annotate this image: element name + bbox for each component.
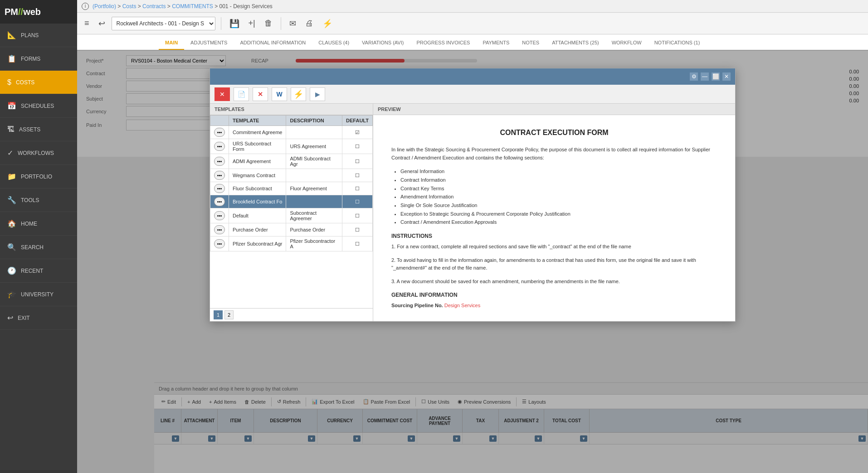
email-button[interactable]: ✉ <box>287 17 299 30</box>
tab-clauses[interactable]: CLAUSES (4) <box>312 36 356 50</box>
sidebar-item-tools[interactable]: 🔧 TOOLS <box>0 188 77 212</box>
tab-attachments[interactable]: ATTACHMENTS (25) <box>546 36 605 50</box>
template-name: Commitment Agreeme <box>229 126 286 139</box>
table-row[interactable]: ••• Commitment Agreeme ☑ <box>210 126 373 139</box>
toolbar-separator-2 <box>281 17 281 30</box>
recent-icon: 🕐 <box>7 266 16 275</box>
workflows-icon: ✓ <box>7 149 13 157</box>
sidebar-item-label: PLANS <box>21 32 39 39</box>
template-name: Wegmans Contract <box>229 169 286 182</box>
hamburger-button[interactable]: ≡ <box>82 17 92 30</box>
modal-settings-button[interactable]: ⚙ <box>690 72 698 81</box>
table-row[interactable]: ••• Purchase Order Purchase Order ☐ <box>210 223 373 236</box>
tab-notes[interactable]: NOTES <box>516 36 546 50</box>
list-item: Contract Information <box>400 176 717 184</box>
row-options-btn[interactable]: ••• <box>214 239 225 248</box>
home-icon: 🏠 <box>7 219 16 228</box>
preview-instruction-1: 1. For a new contract, complete all requ… <box>391 243 717 251</box>
main-content: i (Portfolio) > Costs > Contracts > COMM… <box>77 0 868 473</box>
info-icon[interactable]: i <box>82 3 89 10</box>
table-row[interactable]: ••• Pfizer Subcontract Agr Pfizer Subcon… <box>210 236 373 251</box>
tab-progress-invoices[interactable]: PROGRESS INVOICES <box>410 36 476 50</box>
row-options-btn[interactable]: ••• <box>214 142 225 151</box>
modal-tool-zapier[interactable]: ⚡ <box>291 87 306 101</box>
row-options-btn[interactable]: ••• <box>214 157 225 166</box>
modal-minimize-button[interactable]: — <box>701 72 709 81</box>
template-description <box>286 126 342 139</box>
sidebar-item-workflows[interactable]: ✓ WORKFLOWS <box>0 141 77 165</box>
template-name: Fluor Subcontract <box>229 182 286 195</box>
template-name: Brookfield Contract Fo <box>229 195 286 208</box>
tab-additional-info[interactable]: ADDITIONAL INFORMATION <box>234 36 312 50</box>
sidebar-item-schedules[interactable]: 📅 SCHEDULES <box>0 94 77 118</box>
modal-controls: ⚙ — ⬜ ✕ <box>690 72 731 81</box>
sidebar-item-plans[interactable]: 📐 PLANS <box>0 24 77 47</box>
sidebar-item-forms[interactable]: 📋 FORMS <box>0 47 77 71</box>
sidebar-item-label: EXIT <box>18 315 30 321</box>
page-2-button[interactable]: 2 <box>224 310 234 319</box>
template-default: ☐ <box>342 182 373 195</box>
sidebar-item-assets[interactable]: 🏗 ASSETS <box>0 118 77 141</box>
tab-main[interactable]: MAIN <box>159 36 184 50</box>
table-row[interactable]: ••• URS Subcontract Form URS Agreement ☐ <box>210 139 373 154</box>
modal-close-button[interactable]: ✕ <box>722 72 731 81</box>
preview-sourcing: Sourcing Pipeline No. Design Services <box>391 302 717 310</box>
undo-button[interactable]: ↩ <box>96 17 108 30</box>
templates-table[interactable]: TEMPLATE DESCRIPTION DEFAULT ••• Commitm… <box>210 115 373 308</box>
plans-icon: 📐 <box>7 31 16 39</box>
modal-maximize-button[interactable]: ⬜ <box>712 72 720 81</box>
template-description: Pfizer Subcontractor A <box>286 236 342 251</box>
tab-variations[interactable]: VARIATIONS (AVI) <box>356 36 410 50</box>
sidebar-item-label: WORKFLOWS <box>18 150 54 156</box>
sidebar-item-search[interactable]: 🔍 SEARCH <box>0 236 77 259</box>
sidebar-item-label: SCHEDULES <box>21 103 54 109</box>
modal-tool-x[interactable]: ✕ <box>253 87 268 101</box>
sidebar-item-portfolio[interactable]: 📁 PORTFOLIO <box>0 165 77 188</box>
row-options-btn[interactable]: ••• <box>214 184 225 193</box>
tab-workflow[interactable]: WORKFLOW <box>605 36 648 50</box>
row-options-btn[interactable]: ••• <box>214 197 225 206</box>
row-options-btn[interactable]: ••• <box>214 225 225 234</box>
list-item: Amendment Information <box>400 193 717 201</box>
table-row[interactable]: ••• Default Subcontract Agreemer ☐ <box>210 208 373 223</box>
sidebar-item-label: ASSETS <box>19 126 40 133</box>
breadcrumb-sep3: > <box>167 3 172 10</box>
lightning-button[interactable]: ⚡ <box>320 17 335 30</box>
costs-icon: $ <box>7 78 11 87</box>
modal-tool-word[interactable]: W <box>272 87 287 101</box>
tab-payments[interactable]: PAYMENTS <box>476 36 516 50</box>
row-options-btn[interactable]: ••• <box>214 171 225 180</box>
sidebar-item-recent[interactable]: 🕐 RECENT <box>0 259 77 283</box>
breadcrumb-costs[interactable]: Costs <box>122 3 137 10</box>
table-row[interactable]: ••• Fluor Subcontract Fluor Agreement ☐ <box>210 182 373 195</box>
save-button[interactable]: 💾 <box>227 17 242 30</box>
modal-tool-close[interactable]: ✕ <box>215 87 230 101</box>
sidebar-item-costs[interactable]: $ COSTS <box>0 71 77 94</box>
add-button[interactable]: +| <box>246 17 258 30</box>
col-description: DESCRIPTION <box>286 116 342 126</box>
table-row[interactable]: ••• ADMI Agreement ADMI Subcontract Agr … <box>210 154 373 169</box>
modal-tool-pdf[interactable]: 📄 <box>234 87 249 101</box>
table-row[interactable]: ••• Wegmans Contract ☐ <box>210 169 373 182</box>
breadcrumb-portfolio[interactable]: (Portfolio) <box>93 3 116 10</box>
modal-body: TEMPLATES TEMPLATE DESCRIPTION DEFAULT <box>210 104 735 321</box>
breadcrumb-contracts[interactable]: Contracts <box>142 3 166 10</box>
breadcrumb-sep4: > <box>215 3 219 10</box>
row-options-btn[interactable]: ••• <box>214 211 225 220</box>
modal-tool-play[interactable]: ▶ <box>310 87 325 101</box>
templates-panel: TEMPLATES TEMPLATE DESCRIPTION DEFAULT <box>210 104 373 321</box>
sidebar-item-university[interactable]: 🎓 UNIVERSITY <box>0 283 77 306</box>
table-row[interactable]: ••• Brookfield Contract Fo ☐ <box>210 195 373 208</box>
sidebar-item-home[interactable]: 🏠 HOME <box>0 212 77 236</box>
tab-adjustments[interactable]: ADJUSTMENTS <box>184 36 234 50</box>
record-dropdown[interactable]: Rockwell Architects - 001 - Design S <box>112 17 215 30</box>
sidebar-item-exit[interactable]: ↩ EXIT <box>0 306 77 330</box>
delete-button[interactable]: 🗑 <box>262 17 275 30</box>
page-1-button[interactable]: 1 <box>214 310 223 319</box>
breadcrumb-commitments[interactable]: COMMITMENTS <box>172 3 213 10</box>
sidebar-item-label: FORMS <box>21 56 40 62</box>
print-button[interactable]: 🖨 <box>302 17 316 30</box>
template-name: ADMI Agreement <box>229 154 286 169</box>
row-options-btn[interactable]: ••• <box>214 128 225 137</box>
tab-notifications[interactable]: NOTIFICATIONS (1) <box>648 36 707 50</box>
